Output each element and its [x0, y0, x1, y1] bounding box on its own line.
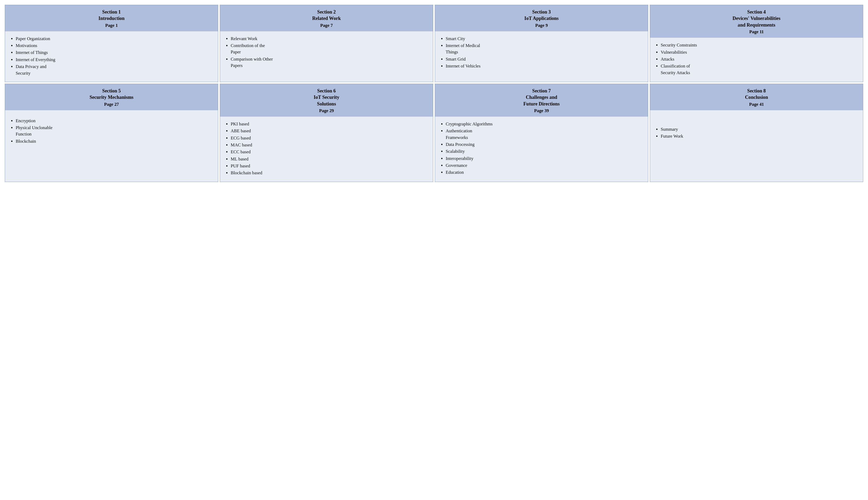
list-item: Attacks [661, 56, 858, 62]
card-section3: Section 3IoT ApplicationsPage 9Smart Cit… [435, 5, 648, 82]
card-section2: Section 2Related WorkPage 7Relevant Work… [220, 5, 433, 82]
title-section5: Section 5Security Mechanisms [9, 88, 214, 101]
list-item: Blockchain [16, 138, 213, 145]
header-section7: Section 7Challenges andFuture Directions… [435, 84, 648, 117]
list-item: Interoperability [446, 156, 643, 162]
header-section8: Section 8ConclusionPage 41 [650, 84, 863, 110]
list-item: Internet of Everything [16, 57, 213, 63]
list-item: Future Work [661, 133, 858, 139]
list-item: Data Privacy andSecurity [16, 64, 213, 77]
list-item: Education [446, 169, 643, 175]
list-section5: EncryptionPhysical UnclonableFunctionBlo… [11, 118, 213, 145]
title-section3: Section 3IoT Applications [439, 9, 644, 22]
card-section4: Section 4Devices' Vulnerabilitiesand Req… [650, 5, 863, 82]
card-section7: Section 7Challenges andFuture Directions… [435, 84, 648, 182]
title-section4: Section 4Devices' Vulnerabilitiesand Req… [654, 9, 859, 28]
body-section8: SummaryFuture Work [650, 110, 863, 182]
title-section8: Section 8Conclusion [654, 88, 859, 101]
list-item: MAC based [231, 142, 428, 148]
body-section6: PKI basedABE basedECG basedMAC basedECC … [220, 117, 433, 182]
card-section1: Section 1IntroductionPage 1Paper Organiz… [5, 5, 218, 82]
header-section2: Section 2Related WorkPage 7 [220, 5, 433, 31]
title-section2: Section 2Related Work [224, 9, 429, 22]
page-section2: Page 7 [224, 23, 429, 28]
list-item: Contribution of thePaper [231, 43, 428, 56]
list-section7: Cryptographic AlgorithmsAuthenticationFr… [441, 121, 643, 176]
header-section1: Section 1IntroductionPage 1 [5, 5, 218, 31]
header-section4: Section 4Devices' Vulnerabilitiesand Req… [650, 5, 863, 38]
list-item: Internet of MedicalThings [446, 43, 643, 56]
list-item: Relevant Work [231, 36, 428, 42]
body-section1: Paper OrganizationMotivationsInternet of… [5, 31, 218, 82]
card-section8: Section 8ConclusionPage 41SummaryFuture … [650, 84, 863, 182]
list-item: Internet of Things [16, 49, 213, 56]
page-section7: Page 39 [439, 108, 644, 113]
list-section1: Paper OrganizationMotivationsInternet of… [11, 36, 213, 77]
header-section6: Section 6IoT SecuritySolutionsPage 29 [220, 84, 433, 117]
list-item: Comparison with OtherPapers [231, 56, 428, 69]
header-section3: Section 3IoT ApplicationsPage 9 [435, 5, 648, 31]
title-section7: Section 7Challenges andFuture Directions [439, 88, 644, 107]
list-section4: Security ConstraintsVulnerabilitiesAttac… [656, 42, 858, 76]
list-item: Scalability [446, 148, 643, 155]
page-section6: Page 29 [224, 108, 429, 113]
list-item: Motivations [16, 43, 213, 49]
list-item: Summary [661, 126, 858, 133]
page-section1: Page 1 [9, 23, 214, 28]
body-section7: Cryptographic AlgorithmsAuthenticationFr… [435, 117, 648, 182]
card-section6: Section 6IoT SecuritySolutionsPage 29PKI… [220, 84, 433, 182]
list-item: PKI based [231, 121, 428, 127]
list-section2: Relevant WorkContribution of thePaperCom… [226, 36, 428, 69]
list-section3: Smart CityInternet of MedicalThingsSmart… [441, 36, 643, 70]
list-item: Vulnerabilities [661, 49, 858, 56]
body-section2: Relevant WorkContribution of thePaperCom… [220, 31, 433, 82]
sections-grid: Section 1IntroductionPage 1Paper Organiz… [5, 5, 863, 182]
list-item: ML based [231, 156, 428, 162]
page-section8: Page 41 [654, 102, 859, 107]
list-item: ABE based [231, 128, 428, 134]
body-section5: EncryptionPhysical UnclonableFunctionBlo… [5, 110, 218, 182]
card-section5: Section 5Security MechanismsPage 27Encry… [5, 84, 218, 182]
header-section5: Section 5Security MechanismsPage 27 [5, 84, 218, 110]
list-item: Encryption [16, 118, 213, 124]
list-section8: SummaryFuture Work [656, 126, 858, 140]
list-item: ECG based [231, 135, 428, 141]
page-section3: Page 9 [439, 23, 644, 28]
list-item: Smart Grid [446, 56, 643, 62]
list-item: AuthenticationFrameworks [446, 128, 643, 141]
list-item: Internet of Vehicles [446, 63, 643, 69]
page-section4: Page 11 [654, 29, 859, 35]
body-section3: Smart CityInternet of MedicalThingsSmart… [435, 31, 648, 82]
list-item: PUF based [231, 163, 428, 169]
list-item: Blockchain based [231, 170, 428, 176]
list-item: Classification ofSecurity Attacks [661, 63, 858, 76]
page-section5: Page 27 [9, 102, 214, 107]
body-section4: Security ConstraintsVulnerabilitiesAttac… [650, 38, 863, 82]
list-item: Data Processing [446, 141, 643, 148]
list-section6: PKI basedABE basedECG basedMAC basedECC … [226, 121, 428, 177]
title-section1: Section 1Introduction [9, 9, 214, 22]
list-item: Security Constraints [661, 42, 858, 48]
list-item: Physical UnclonableFunction [16, 125, 213, 138]
title-section6: Section 6IoT SecuritySolutions [224, 88, 429, 107]
list-item: Cryptographic Algorithms [446, 121, 643, 127]
list-item: Paper Organization [16, 36, 213, 42]
list-item: ECC based [231, 149, 428, 155]
list-item: Governance [446, 162, 643, 169]
list-item: Smart City [446, 36, 643, 42]
